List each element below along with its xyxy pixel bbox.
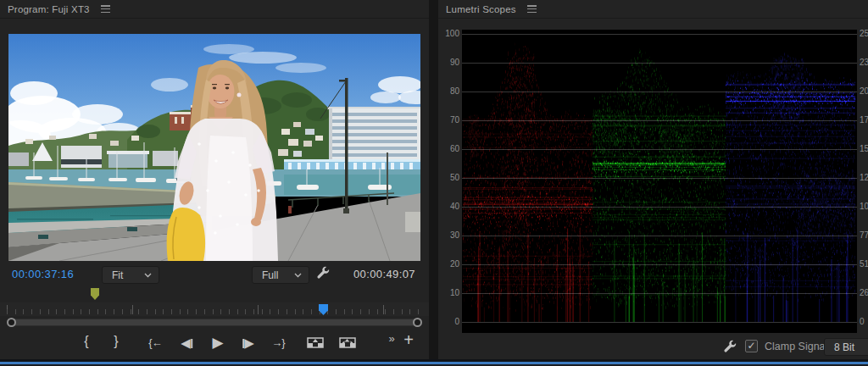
duration-timecode: 00:00:49:07	[353, 268, 415, 280]
apartment-building	[327, 107, 420, 161]
program-panel-header: Program: Fuji XT3	[0, 0, 429, 19]
button-editor-overflow[interactable]: »	[388, 331, 394, 347]
add-button[interactable]: +	[403, 332, 414, 347]
zoom-level-dropdown[interactable]: Fit	[102, 266, 159, 284]
woman-right-hand	[251, 218, 261, 226]
scope-axis-label-percent: 90	[440, 58, 459, 67]
scrollbar-left-handle[interactable]	[7, 318, 16, 327]
current-timecode[interactable]: 00:00:37:16	[12, 268, 74, 280]
go-to-out-button[interactable]: →}	[271, 336, 284, 351]
extract-frame-icon	[339, 336, 356, 349]
scope-axis-label-8bit: 0	[860, 318, 868, 326]
lumetri-scopes-panel: Lumetri Scopes 1009080706050403020100 25…	[438, 0, 868, 359]
small-pole	[387, 152, 388, 205]
scope-axis-label-8bit: 204	[860, 87, 868, 96]
go-to-in-button[interactable]: {←	[148, 336, 161, 351]
sequence-marker[interactable]	[91, 288, 99, 300]
hair-clip	[237, 93, 242, 97]
scopes-footer: ✓ Clamp Signal 8 Bit	[438, 336, 868, 359]
step-back-button[interactable]: ◀	[181, 336, 192, 351]
playback-resolution-dropdown[interactable]: Full	[252, 266, 309, 284]
rgb-parade-waveform[interactable]	[462, 30, 857, 333]
program-monitor-panel: Program: Fuji XT3	[0, 0, 429, 359]
clamp-signal-checkbox[interactable]: ✓	[745, 340, 758, 352]
ruler-ticks-minor	[7, 309, 422, 314]
scope-axis-label-percent: 100	[440, 30, 459, 38]
scope-axis-label-percent: 80	[440, 87, 459, 96]
scope-axis-label-8bit: 77	[860, 231, 868, 240]
scopes-panel-header: Lumetri Scopes	[438, 0, 868, 19]
scope-axis-label-8bit: 230	[860, 58, 868, 67]
scope-axis-label-8bit: 26	[860, 289, 868, 297]
scope-axis-label-percent: 60	[440, 145, 459, 153]
yellow-jacket	[167, 208, 205, 261]
scope-axis-label-8bit: 51	[860, 260, 868, 269]
extract-button[interactable]	[339, 336, 356, 349]
scope-axis-label-percent: 20	[440, 260, 459, 269]
mini-timeline-ruler[interactable]	[0, 302, 429, 316]
clamp-signal-label: Clamp Signal	[765, 341, 827, 352]
scope-axis-label-8bit: 128	[860, 174, 868, 182]
scrollbar-track[interactable]	[7, 319, 422, 326]
concrete-block	[405, 212, 420, 232]
scrollbar-right-handle[interactable]	[413, 318, 422, 327]
seawall-vent	[127, 227, 137, 231]
panel-menu-icon[interactable]	[527, 5, 537, 13]
bollard	[288, 206, 292, 214]
chevron-down-icon	[294, 273, 302, 278]
step-forward-button[interactable]: ▶	[242, 336, 254, 351]
timeline-panel-edge	[0, 359, 868, 366]
chevron-down-icon	[144, 273, 152, 278]
scope-axis-label-percent: 10	[440, 289, 459, 297]
bit-depth-dropdown[interactable]: 8 Bit	[824, 338, 868, 356]
mark-in-button[interactable]: {	[84, 334, 88, 349]
scope-axis-label-8bit: 255	[860, 30, 868, 38]
panel-menu-icon[interactable]	[101, 5, 110, 13]
lift-frame-icon	[307, 336, 324, 349]
play-button[interactable]: ▶	[212, 336, 223, 351]
scope-axis-label-percent: 70	[440, 116, 459, 125]
settings-wrench-icon[interactable]	[316, 265, 331, 283]
program-panel-title: Program: Fuji XT3	[8, 4, 90, 14]
scopes-panel-title: Lumetri Scopes	[446, 4, 516, 14]
settings-wrench-icon[interactable]	[723, 339, 737, 357]
scope-axis-label-percent: 50	[440, 174, 459, 182]
woman-slip	[206, 136, 253, 261]
seawall-vent	[38, 235, 48, 239]
scope-axis-label-percent: 0	[440, 318, 459, 326]
scope-axis-label-8bit: 153	[860, 145, 868, 153]
scope-axis-label-8bit: 102	[860, 202, 868, 211]
transport-controls: { } {← ◀ ▶ ▶ →} » +	[0, 329, 429, 359]
program-video-frame[interactable]	[8, 34, 420, 261]
waveform-canvas	[462, 30, 857, 333]
scope-axis-label-percent: 30	[440, 231, 459, 240]
scope-axis-label-8bit: 179	[860, 116, 868, 125]
program-controls-row: 00:00:37:16 Fit Full 00:00:49:07	[0, 264, 429, 286]
mark-out-button[interactable]: }	[114, 334, 118, 349]
video-scene	[8, 34, 420, 261]
timeline-scrollbar[interactable]	[7, 318, 422, 327]
lift-button[interactable]	[307, 336, 324, 349]
scope-axis-label-percent: 40	[440, 202, 459, 211]
